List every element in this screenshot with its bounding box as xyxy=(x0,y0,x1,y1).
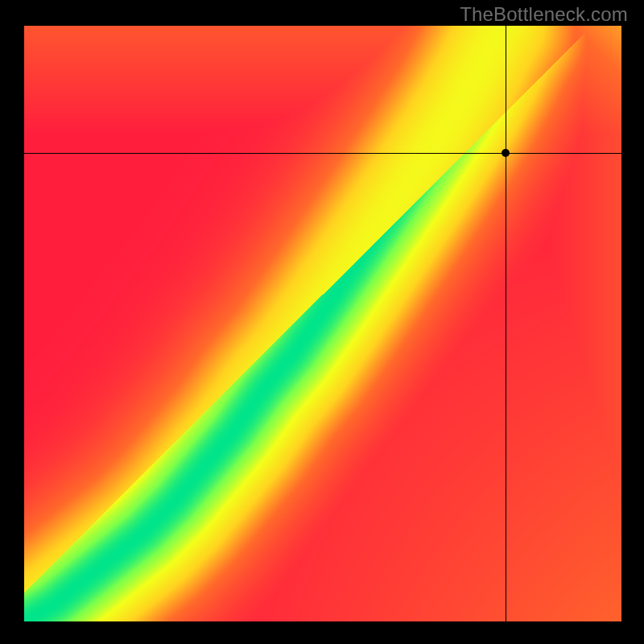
watermark-text: TheBottleneck.com xyxy=(460,3,628,26)
heatmap-canvas xyxy=(24,26,621,621)
crosshair-vertical xyxy=(506,26,506,621)
crosshair-horizontal xyxy=(24,153,621,154)
marker-dot xyxy=(502,149,510,157)
chart-stage: TheBottleneck.com xyxy=(0,0,644,644)
